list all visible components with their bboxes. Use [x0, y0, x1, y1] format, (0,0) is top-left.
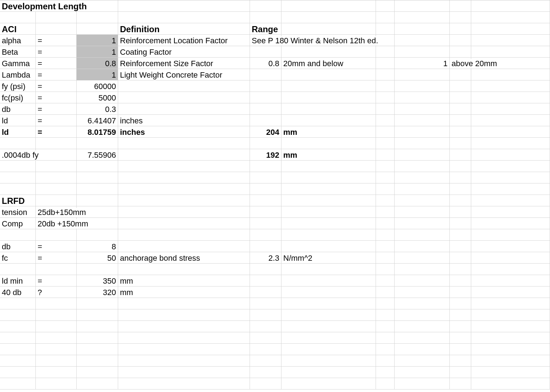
cell-r20-c7[interactable]: [395, 229, 450, 241]
formula-tension[interactable]: 25db+150mm: [36, 206, 77, 218]
cell-r18-c5[interactable]: [281, 206, 376, 218]
cell-r28-c0[interactable]: [0, 321, 36, 332]
cell-r0-c8[interactable]: [450, 0, 471, 12]
cell-r22-c9[interactable]: [471, 252, 550, 264]
cell-r21-c9[interactable]: [471, 241, 550, 252]
range-header[interactable]: Range: [250, 23, 281, 35]
cell-r20-c2[interactable]: [77, 229, 118, 241]
cell-r6-c3[interactable]: Light Weight Concrete Factor: [118, 69, 250, 80]
cell-r10-c4[interactable]: [250, 115, 281, 126]
cell-r20-c4[interactable]: [250, 229, 281, 241]
cell-r11-c3[interactable]: inches: [118, 126, 250, 138]
cell-r18-c3[interactable]: [118, 206, 250, 218]
cell-r19-c5[interactable]: [281, 218, 376, 229]
cell-r4-c7[interactable]: [395, 46, 450, 58]
cell-r15-c4[interactable]: [250, 172, 281, 183]
cell-r24-c7[interactable]: [395, 275, 450, 286]
cell-r12-c1[interactable]: [36, 138, 77, 149]
cell-r29-c8[interactable]: [450, 332, 471, 344]
cell-r7-c3[interactable]: [118, 80, 250, 92]
val-dbfy[interactable]: 7.55906: [77, 149, 118, 161]
cell-r14-c0[interactable]: [0, 161, 36, 172]
cell-r16-c4[interactable]: [250, 183, 281, 195]
cell-r26-c9[interactable]: [471, 298, 550, 309]
cell-r23-c3[interactable]: [118, 264, 250, 275]
cell-r19-c3[interactable]: [118, 218, 250, 229]
label-tension[interactable]: tension: [0, 206, 36, 218]
cell-r24-c4[interactable]: [250, 275, 281, 286]
cell-r26-c0[interactable]: [0, 298, 36, 309]
cell-r15-c3[interactable]: [118, 172, 250, 183]
cell-r4-c4[interactable]: [250, 46, 281, 58]
cell-r19-c7[interactable]: [395, 218, 450, 229]
cell-r19-c9[interactable]: [471, 218, 550, 229]
cell-r33-c3[interactable]: [118, 378, 250, 389]
cell-r6-c1[interactable]: =: [36, 69, 77, 80]
cell-r33-c9[interactable]: [471, 378, 550, 389]
cell-r26-c7[interactable]: [395, 298, 450, 309]
cell-r9-c3[interactable]: [118, 103, 250, 115]
cell-r29-c1[interactable]: [36, 332, 77, 344]
cell-r1-c5[interactable]: [281, 12, 376, 23]
cell-r32-c1[interactable]: [36, 367, 77, 378]
cell-r2-c7[interactable]: [395, 23, 450, 35]
cell-r4-c9[interactable]: [471, 46, 550, 58]
label-40db[interactable]: 40 db: [0, 286, 36, 298]
val-fy[interactable]: 60000: [77, 80, 118, 92]
spreadsheet-grid[interactable]: Development LengthACIDefinitionRangealph…: [0, 0, 550, 392]
cell-r6-c5[interactable]: [281, 69, 376, 80]
eq-alpha[interactable]: =: [36, 35, 77, 46]
cell-r14-c9[interactable]: [471, 161, 550, 172]
cell-r26-c4[interactable]: [250, 298, 281, 309]
cell-r18-c4[interactable]: [250, 206, 281, 218]
cell-r11-c8[interactable]: [450, 126, 471, 138]
cell-r11-c5[interactable]: mm: [281, 126, 376, 138]
cell-r8-c9[interactable]: [471, 92, 550, 103]
cell-r25-c3[interactable]: mm: [118, 286, 250, 298]
cell-r20-c3[interactable]: [118, 229, 250, 241]
cell-r30-c0[interactable]: [0, 344, 36, 355]
cell-r26-c1[interactable]: [36, 298, 77, 309]
cell-r20-c1[interactable]: [36, 229, 77, 241]
label-ld2[interactable]: ld: [0, 126, 36, 138]
cell-r30-c7[interactable]: [395, 344, 450, 355]
cell-r20-c9[interactable]: [471, 229, 550, 241]
cell-r0-c5[interactable]: [281, 0, 376, 12]
cell-r9-c8[interactable]: [450, 103, 471, 115]
cell-r3-c7[interactable]: [395, 35, 450, 46]
cell-r28-c2[interactable]: [77, 321, 118, 332]
cell-r9-c1[interactable]: =: [36, 103, 77, 115]
cell-r7-c9[interactable]: [471, 80, 550, 92]
cell-r12-c4[interactable]: [250, 138, 281, 149]
cell-r11-c6[interactable]: [376, 126, 395, 138]
cell-r13-c6[interactable]: [376, 149, 395, 161]
cell-r17-c6[interactable]: [376, 195, 395, 206]
cell-r11-c1[interactable]: =: [36, 126, 77, 138]
val-ld2[interactable]: 8.01759: [77, 126, 118, 138]
cell-r21-c7[interactable]: [395, 241, 450, 252]
cell-r23-c7[interactable]: [395, 264, 450, 275]
cell-r31-c2[interactable]: [77, 355, 118, 367]
cell-r29-c2[interactable]: [77, 332, 118, 344]
cell-r26-c3[interactable]: [118, 298, 250, 309]
cell-r15-c1[interactable]: [36, 172, 77, 183]
cell-r0-c6[interactable]: [376, 0, 395, 12]
cell-r30-c8[interactable]: [450, 344, 471, 355]
cell-r30-c4[interactable]: [250, 344, 281, 355]
cell-r24-c6[interactable]: [376, 275, 395, 286]
cell-r29-c7[interactable]: [395, 332, 450, 344]
cell-r1-c0[interactable]: [0, 12, 36, 23]
cell-r0-c3[interactable]: [118, 0, 250, 12]
cell-r5-c6[interactable]: [376, 58, 395, 69]
cell-r12-c3[interactable]: [118, 138, 250, 149]
label-lambda[interactable]: Lambda: [0, 69, 36, 80]
cell-r27-c4[interactable]: [250, 309, 281, 321]
cell-r15-c7[interactable]: [395, 172, 450, 183]
cell-r0-c9[interactable]: [471, 0, 550, 12]
cell-r32-c4[interactable]: [250, 367, 281, 378]
label-beta[interactable]: Beta: [0, 46, 36, 58]
cell-r27-c1[interactable]: [36, 309, 77, 321]
cell-r16-c3[interactable]: [118, 183, 250, 195]
val-lrfd-db[interactable]: 8: [77, 241, 118, 252]
cell-r25-c5[interactable]: [281, 286, 376, 298]
